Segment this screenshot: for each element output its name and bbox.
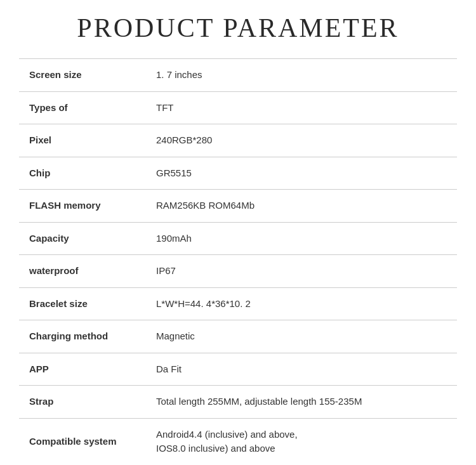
table-row: waterproofIP67 bbox=[19, 255, 457, 288]
table-row: Pixel240RGB*280 bbox=[19, 124, 457, 157]
param-value: TFT bbox=[146, 91, 457, 124]
page-title: PRODUCT PARAMETER bbox=[19, 13, 457, 43]
param-label: waterproof bbox=[19, 255, 146, 288]
param-label: Bracelet size bbox=[19, 287, 146, 320]
param-value: 240RGB*280 bbox=[146, 124, 457, 157]
page-container: PRODUCT PARAMETER Screen size1. 7 inches… bbox=[0, 0, 476, 465]
param-label: Compatible system bbox=[19, 418, 146, 465]
param-value: RAM256KB ROM64Mb bbox=[146, 190, 457, 223]
table-row: Bracelet sizeL*W*H=44. 4*36*10. 2 bbox=[19, 287, 457, 320]
param-label: Strap bbox=[19, 386, 146, 419]
table-row: Charging methodMagnetic bbox=[19, 320, 457, 353]
param-value: L*W*H=44. 4*36*10. 2 bbox=[146, 287, 457, 320]
table-row: Screen size1. 7 inches bbox=[19, 59, 457, 92]
table-row: ChipGR5515 bbox=[19, 157, 457, 190]
param-label: Pixel bbox=[19, 124, 146, 157]
param-label: Types of bbox=[19, 91, 146, 124]
param-label: Charging method bbox=[19, 320, 146, 353]
param-label: APP bbox=[19, 353, 146, 386]
param-value: IP67 bbox=[146, 255, 457, 288]
table-row: FLASH memoryRAM256KB ROM64Mb bbox=[19, 190, 457, 223]
param-label: Capacity bbox=[19, 222, 146, 255]
table-row: APPDa Fit bbox=[19, 353, 457, 386]
param-label: Chip bbox=[19, 157, 146, 190]
params-table: Screen size1. 7 inchesTypes ofTFTPixel24… bbox=[19, 58, 457, 465]
param-value: Android4.4 (inclusive) and above,IOS8.0 … bbox=[146, 418, 457, 465]
table-row: Types ofTFT bbox=[19, 91, 457, 124]
param-label: FLASH memory bbox=[19, 190, 146, 223]
param-value: 1. 7 inches bbox=[146, 59, 457, 92]
table-row: Compatible systemAndroid4.4 (inclusive) … bbox=[19, 418, 457, 465]
param-value: Total length 255MM, adjustable length 15… bbox=[146, 386, 457, 419]
param-value: GR5515 bbox=[146, 157, 457, 190]
table-row: StrapTotal length 255MM, adjustable leng… bbox=[19, 386, 457, 419]
param-value: Magnetic bbox=[146, 320, 457, 353]
table-row: Capacity190mAh bbox=[19, 222, 457, 255]
param-label: Screen size bbox=[19, 59, 146, 92]
param-value: 190mAh bbox=[146, 222, 457, 255]
param-value: Da Fit bbox=[146, 353, 457, 386]
